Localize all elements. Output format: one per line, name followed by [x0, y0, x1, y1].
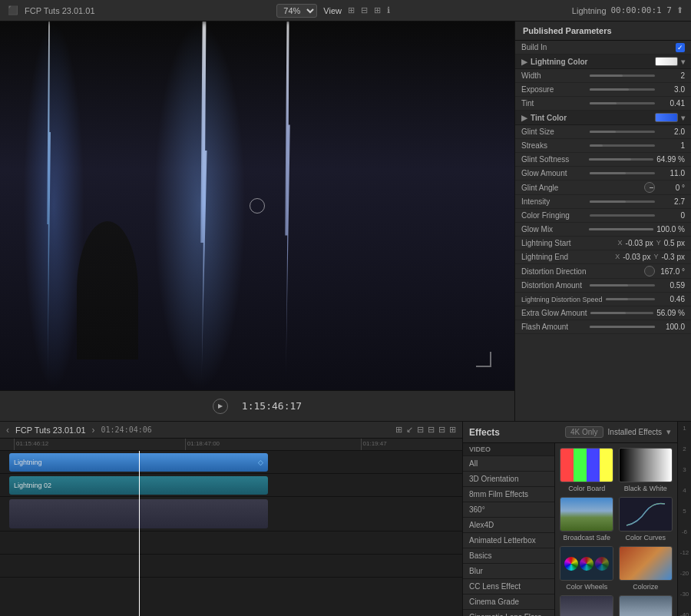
param-row-glintsize: Glint Size 2.0	[515, 125, 691, 139]
effect-card-colorize[interactable]: Colorize	[619, 546, 673, 591]
effect-thumb-hdrtools	[619, 595, 673, 616]
param-slider-distortionspeed[interactable]	[606, 298, 655, 300]
param-row-lightningstart: Lightning Start X -0.03 px Y 0.5 px	[515, 237, 691, 250]
effects-cat-basics[interactable]: Basics	[463, 548, 554, 564]
effect-card-customlut[interactable]: Custom LUT	[560, 595, 614, 616]
preview-video[interactable]	[0, 22, 514, 390]
inspector-icon[interactable]: ⊞	[348, 5, 355, 15]
param-section-tintcolor: ▶ Tint Color ▾	[515, 111, 691, 125]
param-slider-distortionamount[interactable]	[590, 284, 655, 286]
effects-cat-alex4d[interactable]: Alex4D	[463, 518, 554, 533]
param-slider-glintsoftness[interactable]	[589, 158, 653, 161]
timeline-icon-1[interactable]: ⊞	[395, 425, 402, 435]
effects-cat-360[interactable]: 360°	[463, 502, 554, 518]
effects-cat-cinemagrade[interactable]: Cinema Grade	[463, 594, 554, 610]
param-slider-extraglowamount[interactable]	[590, 312, 654, 314]
param-row-width: Width 2	[515, 69, 691, 83]
effects-cat-blur[interactable]: Blur	[463, 564, 554, 579]
effects-panel: Effects 4K Only Installed Effects ▾ VIDE…	[462, 422, 677, 616]
param-label-flashamount: Flash Amount	[521, 323, 587, 331]
track-row-4	[0, 532, 462, 555]
timeline-icon-5[interactable]: ⊟	[438, 425, 445, 435]
color-swatch-lightning[interactable]	[655, 57, 678, 66]
timeline-timecode: 01:24:04:06	[101, 426, 152, 434]
param-value-glintangle: 0 °	[658, 184, 685, 192]
figure-silhouette	[77, 221, 138, 359]
track-row-5	[0, 555, 462, 578]
param-label-colorfringing: Color Fringing	[521, 211, 587, 220]
track-row-2: Lightning 02	[0, 474, 462, 497]
effect-card-bw[interactable]: Black & White	[619, 448, 673, 492]
main-container: ▶ 1:15:46:17 Published Parameters Build …	[0, 22, 691, 616]
param-label-glintangle: Glint Angle	[521, 184, 641, 192]
timeline-nav-prev[interactable]: ‹	[6, 425, 9, 436]
timeline-icon-4[interactable]: ⊟	[428, 425, 435, 435]
effects-cat-all[interactable]: All	[463, 456, 554, 472]
timeline-icon-group: ⊞ ↙ ⊟ ⊟ ⊟ ⊞	[395, 425, 456, 435]
effects-cat-cclens[interactable]: CC Lens Effect	[463, 579, 554, 594]
effects-chevron[interactable]: ▾	[666, 427, 671, 437]
level-2: 2	[683, 445, 686, 452]
param-row-distortiondir: Distortion Direction 167.0 °	[515, 264, 691, 279]
effects-cat-3d[interactable]: 3D Orientation	[463, 472, 554, 487]
param-slider-glowamount[interactable]	[590, 172, 655, 174]
effects-header: Effects 4K Only Installed Effects ▾	[463, 422, 677, 443]
timeline-icon-6[interactable]: ⊞	[449, 425, 456, 435]
level-neg12: -12	[680, 549, 689, 556]
param-slider-intensity[interactable]	[590, 200, 655, 203]
installed-effects-label[interactable]: Installed Effects	[608, 428, 662, 436]
effects-title: Effects	[469, 427, 560, 438]
effects-cat-8mm[interactable]: 8mm Film Effects	[463, 487, 554, 502]
timeline-title: FCP Tuts 23.01.01	[15, 426, 86, 435]
param-value-distortionspeed: 0.46	[658, 295, 685, 303]
param-slider-exposure[interactable]	[590, 88, 655, 91]
effect-label-bw: Black & White	[624, 485, 667, 492]
effect-card-colorboard[interactable]: Color Board	[560, 448, 614, 492]
timeline-nav-next[interactable]: ›	[92, 425, 95, 436]
param-row-distortionspeed: Lightning Distortion Speed 0.46	[515, 293, 691, 306]
view-label[interactable]: View	[323, 6, 342, 15]
effect-card-hdrtools[interactable]: HDR Tools	[619, 595, 673, 616]
param-label-lightningstart: Lightning Start	[521, 239, 618, 247]
color-swatch-tint[interactable]	[655, 113, 678, 122]
param-label-glowamount: Glow Amount	[521, 169, 587, 177]
waveform-icon[interactable]: ⊟	[361, 5, 368, 15]
effect-card-colorwheels[interactable]: Color Wheels	[560, 546, 614, 591]
param-value-colorfringing: 0	[658, 211, 685, 220]
timeline-icon-3[interactable]: ⊟	[417, 425, 424, 435]
param-row-glintsoftness: Glint Softness 64.99 %	[515, 153, 691, 167]
param-slider-glintsize[interactable]	[590, 131, 655, 133]
effects-cat-cinemalensflare[interactable]: Cinematic Lens Flare	[463, 610, 554, 616]
info-icon[interactable]: ℹ	[387, 5, 390, 15]
level-neg6: -6	[682, 528, 687, 535]
param-checkbox-buildin[interactable]: ✓	[676, 43, 685, 52]
param-row-tint: Tint 0.41	[515, 97, 691, 111]
param-slider-streaks[interactable]	[590, 144, 655, 147]
param-label-extraglowamount: Extra Glow Amount	[521, 309, 587, 317]
effect-card-colorcurves[interactable]: Color Curves	[619, 497, 673, 541]
distortion-dial[interactable]	[644, 266, 655, 277]
param-slider-glowmix[interactable]	[589, 228, 653, 230]
param-value-width: 2	[658, 71, 685, 80]
play-button[interactable]: ▶	[213, 399, 228, 414]
param-slider-width[interactable]	[590, 75, 655, 77]
param-label-glintsize: Glint Size	[521, 128, 587, 136]
param-value-flashamount: 100.0	[658, 323, 685, 331]
effects-4k-toggle[interactable]: 4K Only	[565, 426, 603, 438]
zoom-dropdown[interactable]: 74%	[276, 4, 317, 18]
effect-thumb-colorboard	[560, 448, 613, 482]
effect-card-broadcastsafe[interactable]: Broadcast Safe	[560, 497, 614, 541]
top-bar-center: 74% View ⊞ ⊟ ⊞ ℹ	[276, 4, 390, 18]
bottom-section: ‹ FCP Tuts 23.01.01 › 01:24:04:06 ⊞ ↙ ⊟ …	[0, 421, 691, 616]
param-slider-flashamount[interactable]	[590, 326, 655, 328]
param-label-streaks: Streaks	[521, 141, 587, 150]
effects-cat-animletterbox[interactable]: Animated Letterbox	[463, 533, 554, 548]
share-icon[interactable]: ⬆	[676, 5, 683, 15]
project-title: FCP Tuts 23.01.01	[25, 6, 95, 15]
param-slider-colorfringing[interactable]	[590, 214, 655, 217]
angle-dial[interactable]	[644, 182, 655, 193]
grid-icon[interactable]: ⊞	[374, 5, 381, 15]
timeline-icon-2[interactable]: ↙	[406, 425, 413, 435]
param-slider-tint[interactable]	[590, 102, 655, 104]
param-value-glintsoftness: 64.99 %	[656, 155, 685, 164]
